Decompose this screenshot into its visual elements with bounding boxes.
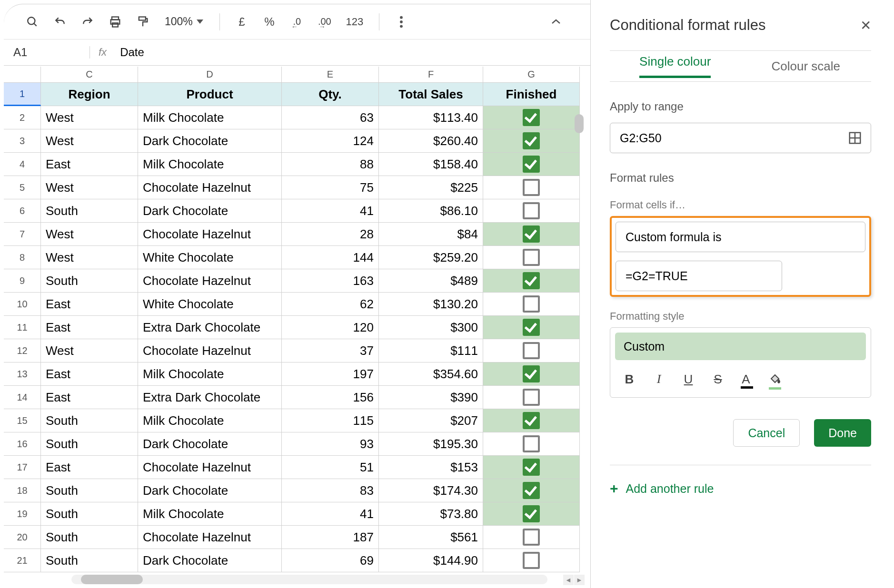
fill-color-button[interactable] [767,370,786,389]
header-cell[interactable]: Product [138,83,282,106]
style-preview[interactable]: Custom [615,333,866,360]
cell[interactable]: $225 [379,176,483,199]
cell[interactable]: $300 [379,316,483,339]
cell[interactable]: $174.30 [379,479,483,502]
row-header[interactable]: 16 [4,432,41,456]
cell[interactable]: East [41,386,138,409]
column-header[interactable]: E [282,67,379,83]
cell[interactable]: 51 [282,456,379,479]
cell[interactable]: Milk Chocolate [138,153,282,176]
cell[interactable]: Chocolate Hazelnut [138,456,282,479]
cell-checkbox[interactable] [483,199,580,223]
cell[interactable]: $354.60 [379,363,483,386]
cell[interactable]: 83 [282,479,379,502]
cell[interactable]: East [41,316,138,339]
header-cell[interactable]: Qty. [282,83,379,106]
row-header[interactable]: 13 [4,363,41,386]
more-icon[interactable] [392,12,411,31]
row-header[interactable]: 9 [4,269,41,293]
row-header[interactable]: 2 [4,106,41,129]
cell[interactable]: West [41,339,138,363]
cell-checkbox[interactable] [483,386,580,409]
cell[interactable]: 62 [282,293,379,316]
cell[interactable]: East [41,293,138,316]
undo-icon[interactable] [50,12,70,31]
row-header[interactable]: 21 [4,549,41,572]
horizontal-scrollbar[interactable] [71,575,547,584]
more-formats-button[interactable]: 123 [343,12,367,31]
cell[interactable]: West [41,223,138,246]
cell[interactable]: South [41,502,138,526]
header-cell[interactable]: Region [41,83,138,106]
italic-button[interactable]: I [649,370,668,389]
print-icon[interactable] [106,12,125,31]
cell[interactable]: 75 [282,176,379,199]
text-color-button[interactable]: A [738,370,757,389]
cell-checkbox[interactable] [483,456,580,479]
cell[interactable]: 37 [282,339,379,363]
strikethrough-button[interactable]: S [708,370,727,389]
cell[interactable]: 69 [282,549,379,572]
cell[interactable]: West [41,176,138,199]
column-header[interactable]: D [138,67,282,83]
cell-checkbox[interactable] [483,293,580,316]
cell[interactable]: $144.90 [379,549,483,572]
cell[interactable]: Chocolate Hazelnut [138,526,282,549]
cell[interactable]: White Chocolate [138,246,282,269]
cell-checkbox[interactable] [483,479,580,502]
column-header[interactable]: C [41,67,138,83]
cell[interactable]: West [41,246,138,269]
cell[interactable]: 197 [282,363,379,386]
cell[interactable]: 41 [282,502,379,526]
cell[interactable]: Milk Chocolate [138,363,282,386]
tab-single-colour[interactable]: Single colour [610,54,741,78]
row-header[interactable]: 18 [4,479,41,502]
currency-format-button[interactable]: £ [232,12,251,31]
header-cell[interactable]: Total Sales [379,83,483,106]
cell-checkbox[interactable] [483,526,580,549]
cell[interactable]: White Chocolate [138,293,282,316]
cell-checkbox[interactable] [483,246,580,269]
cell-checkbox[interactable] [483,549,580,572]
cell[interactable]: 88 [282,153,379,176]
bold-button[interactable]: B [620,370,639,389]
cell[interactable]: 63 [282,106,379,129]
cell[interactable]: Dark Chocolate [138,129,282,153]
cell[interactable]: Dark Chocolate [138,479,282,502]
row-header[interactable]: 10 [4,293,41,316]
search-icon[interactable] [23,12,42,31]
cell-checkbox[interactable] [483,316,580,339]
cell[interactable]: $153 [379,456,483,479]
cell[interactable]: 187 [282,526,379,549]
row-header[interactable]: 19 [4,502,41,526]
cell[interactable]: Dark Chocolate [138,549,282,572]
cell[interactable]: 93 [282,432,379,456]
row-header[interactable]: 1 [4,83,41,106]
cell-checkbox[interactable] [483,153,580,176]
decrease-decimal-button[interactable]: .0← [288,12,307,31]
select-all-corner[interactable] [4,67,41,83]
cell[interactable]: West [41,106,138,129]
cell[interactable]: $86.10 [379,199,483,223]
add-rule-button[interactable]: + Add another rule [610,480,871,497]
condition-dropdown[interactable]: Custom formula is [616,222,865,252]
cell[interactable]: Chocolate Hazelnut [138,223,282,246]
cell[interactable]: Extra Dark Chocolate [138,386,282,409]
tab-colour-scale[interactable]: Colour scale [741,59,872,74]
cell[interactable]: $207 [379,409,483,432]
row-header[interactable]: 7 [4,223,41,246]
select-range-icon[interactable] [848,131,862,145]
cell[interactable]: Milk Chocolate [138,502,282,526]
row-header[interactable]: 6 [4,199,41,223]
formula-input[interactable]: =G2=TRUE [616,261,782,291]
row-header[interactable]: 14 [4,386,41,409]
close-icon[interactable]: ✕ [860,18,871,33]
cell[interactable]: $84 [379,223,483,246]
underline-button[interactable]: U [679,370,698,389]
cell[interactable]: South [41,409,138,432]
row-header[interactable]: 8 [4,246,41,269]
cell[interactable]: 115 [282,409,379,432]
cell[interactable]: South [41,526,138,549]
range-input[interactable] [610,131,848,145]
name-box[interactable]: A1 [4,46,89,59]
